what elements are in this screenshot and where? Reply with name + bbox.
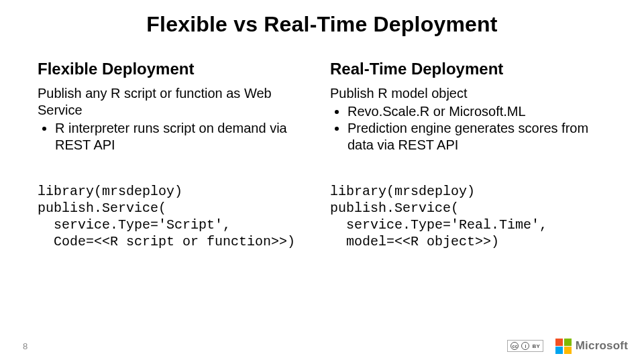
microsoft-squares-icon xyxy=(555,339,572,355)
slide: Flexible vs Real-Time Deployment Flexibl… xyxy=(0,0,644,362)
cc-by-badge: cc i BY xyxy=(507,340,543,352)
left-bullets: R interpreter runs script on demand via … xyxy=(38,120,314,154)
slide-title: Flexible vs Real-Time Deployment xyxy=(0,0,644,37)
right-bullet-1: Revo.Scale.R or Microsoft.ML xyxy=(347,103,606,120)
left-column: Flexible Deployment Publish any R script… xyxy=(38,60,314,250)
right-bullet-2: Prediction engine generates scores from … xyxy=(347,120,606,154)
ms-square-yellow xyxy=(564,347,572,354)
ms-square-red xyxy=(555,339,563,346)
cc-by-text: BY xyxy=(532,343,540,349)
left-code-line1: library(mrsdeploy) xyxy=(38,184,182,199)
right-bullets: Revo.Scale.R or Microsoft.ML Prediction … xyxy=(330,103,606,154)
right-column: Real-Time Deployment Publish R model obj… xyxy=(330,60,606,250)
left-heading: Flexible Deployment xyxy=(38,60,314,78)
right-code-line2: publish.Service( xyxy=(330,200,459,216)
right-intro: Publish R model object xyxy=(330,85,606,102)
footer-logos: cc i BY Microsoft xyxy=(507,339,628,355)
left-code-line2: publish.Service( xyxy=(38,200,166,216)
microsoft-text: Microsoft xyxy=(576,339,628,353)
right-code: library(mrsdeploy) publish.Service( serv… xyxy=(330,183,606,250)
left-code-line4: Code=<<R script or function>>) xyxy=(38,234,295,249)
right-code-line3: service.Type='Real.Time', xyxy=(330,217,547,233)
microsoft-logo: Microsoft xyxy=(555,339,628,355)
by-icon: i xyxy=(521,342,529,350)
ms-square-green xyxy=(564,339,572,346)
cc-icon: cc xyxy=(511,342,519,350)
left-bullet-1: R interpreter runs script on demand via … xyxy=(55,120,314,154)
right-code-line4: model=<<R object>>) xyxy=(330,234,499,249)
right-code-line1: library(mrsdeploy) xyxy=(330,184,475,199)
ms-square-blue xyxy=(555,347,563,354)
columns: Flexible Deployment Publish any R script… xyxy=(0,37,644,250)
page-number: 8 xyxy=(23,341,28,351)
left-code-line3: service.Type='Script', xyxy=(38,217,231,233)
right-heading: Real-Time Deployment xyxy=(330,60,606,78)
left-intro: Publish any R script or function as Web … xyxy=(38,85,314,119)
left-code: library(mrsdeploy) publish.Service( serv… xyxy=(38,183,314,250)
